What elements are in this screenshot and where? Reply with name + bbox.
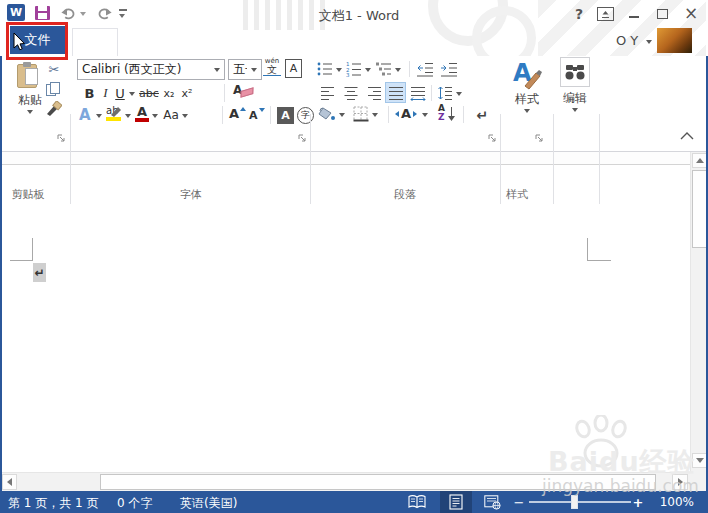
zoom-level[interactable]: 100% xyxy=(648,495,694,509)
borders-dropdown-icon[interactable] xyxy=(372,113,378,117)
align-left-button[interactable] xyxy=(320,85,336,101)
multilevel-dropdown-icon[interactable] xyxy=(395,68,401,72)
clear-formatting-button[interactable]: A xyxy=(233,83,255,101)
font-size-combo[interactable]: 五号 xyxy=(228,59,262,80)
numbering-icon: 123 xyxy=(346,61,362,77)
font-color-button[interactable]: A xyxy=(135,106,150,124)
phonetic-guide-button[interactable]: wén 文 xyxy=(263,58,281,80)
redo-button[interactable] xyxy=(96,5,114,21)
web-layout-button[interactable] xyxy=(478,492,506,512)
font-size-dropdown-icon[interactable] xyxy=(247,60,261,79)
close-button[interactable]: × xyxy=(680,3,702,23)
zoom-slider-track[interactable] xyxy=(529,501,631,503)
undo-button[interactable] xyxy=(59,5,77,21)
styles-dialog-launcher[interactable] xyxy=(534,133,544,143)
align-right-button[interactable] xyxy=(366,85,382,101)
horizontal-scrollbar[interactable] xyxy=(0,472,690,491)
clipboard-dialog-launcher[interactable] xyxy=(56,133,66,143)
superscript-button[interactable]: x² xyxy=(179,84,195,102)
account-menu[interactable]: O Y xyxy=(616,33,652,51)
ribbon-display-options-button[interactable] xyxy=(597,7,614,21)
save-button[interactable] xyxy=(35,6,50,20)
collapse-ribbon-button[interactable] xyxy=(679,131,697,145)
numbering-dropdown-icon[interactable] xyxy=(365,68,371,72)
subscript-button[interactable]: x₂ xyxy=(161,84,177,102)
character-border-button[interactable]: A xyxy=(285,59,302,78)
highlight-dropdown-icon[interactable] xyxy=(125,114,131,118)
bullets-button[interactable] xyxy=(317,61,333,77)
asian-layout-button[interactable]: A xyxy=(395,106,419,123)
paragraph-dialog-launcher[interactable] xyxy=(487,133,497,143)
asian-layout-dropdown-icon[interactable] xyxy=(422,113,428,117)
font-name-dropdown-icon[interactable] xyxy=(210,60,224,79)
close-icon: × xyxy=(684,3,698,23)
minimize-button[interactable] xyxy=(624,5,644,23)
multilevel-list-button[interactable] xyxy=(376,61,392,77)
scroll-down-button[interactable] xyxy=(692,453,707,468)
underline-button[interactable]: U xyxy=(113,84,127,102)
justify-button[interactable] xyxy=(385,82,406,103)
redo-icon xyxy=(96,5,114,21)
text-effects-dropdown-icon[interactable] xyxy=(96,114,102,118)
undo-dropdown[interactable] xyxy=(80,12,86,16)
sort-button[interactable]: A Z xyxy=(438,105,456,124)
highlight-pen-icon xyxy=(109,106,123,117)
bullets-dropdown-icon[interactable] xyxy=(336,68,342,72)
styles-button[interactable]: A 样式 xyxy=(505,59,549,119)
distribute-button[interactable] xyxy=(410,85,426,101)
dialog-launcher-icon xyxy=(56,133,66,143)
scroll-up-button[interactable] xyxy=(692,153,707,168)
increase-indent-button[interactable] xyxy=(440,61,458,77)
highlight-button[interactable]: ab xyxy=(106,106,122,124)
help-button[interactable]: ? xyxy=(570,5,588,23)
bold-button[interactable]: B xyxy=(82,84,97,102)
cut-button[interactable]: ✂ xyxy=(44,61,64,77)
word-count[interactable]: 0 个字 xyxy=(117,495,152,512)
shrink-font-button[interactable]: A xyxy=(249,106,266,124)
underline-dropdown-icon[interactable] xyxy=(129,92,135,96)
shading-button[interactable] xyxy=(318,106,336,123)
format-painter-button[interactable] xyxy=(45,101,62,116)
text-effects-button[interactable]: A xyxy=(79,106,95,124)
line-spacing-button[interactable] xyxy=(437,85,453,101)
page-info[interactable]: 第 1 页，共 1 页 xyxy=(8,495,99,512)
avatar[interactable] xyxy=(657,28,692,53)
language-status[interactable]: 英语(美国) xyxy=(180,495,237,512)
scroll-left-button[interactable] xyxy=(2,474,17,490)
shading-dropdown-icon[interactable] xyxy=(339,113,345,117)
change-case-dropdown-icon[interactable] xyxy=(182,114,188,118)
vertical-scroll-thumb[interactable] xyxy=(692,170,707,248)
zoom-in-button[interactable]: + xyxy=(631,493,645,511)
font-color-dropdown-icon[interactable] xyxy=(152,114,158,118)
print-layout-button[interactable] xyxy=(440,491,472,513)
font-dialog-launcher[interactable] xyxy=(297,133,307,143)
align-right-icon xyxy=(366,85,382,101)
align-center-button[interactable] xyxy=(343,85,359,101)
show-marks-button[interactable]: ↵ xyxy=(472,105,492,124)
decrease-indent-button[interactable] xyxy=(416,61,434,77)
numbering-button[interactable]: 123 xyxy=(346,61,362,77)
read-mode-button[interactable] xyxy=(404,492,430,512)
font-name-combo[interactable]: Calibri (西文正文) xyxy=(77,59,225,80)
zoom-out-button[interactable]: − xyxy=(512,493,526,511)
borders-button[interactable] xyxy=(353,106,369,122)
zoom-slider-thumb[interactable] xyxy=(571,495,578,509)
styles-brush-icon xyxy=(523,70,545,90)
strikethrough-button[interactable]: abc xyxy=(138,84,160,102)
copy-button[interactable] xyxy=(46,82,62,98)
shading-bucket-icon xyxy=(318,106,336,123)
document-page[interactable]: ↵ xyxy=(0,166,690,472)
maximize-button[interactable] xyxy=(652,5,672,23)
change-case-button[interactable]: Aa xyxy=(161,106,181,124)
format-painter-icon xyxy=(45,101,62,116)
grow-font-button[interactable]: A xyxy=(229,106,246,124)
italic-button[interactable]: I xyxy=(99,84,112,102)
character-shading-button[interactable]: A xyxy=(277,107,294,124)
horizontal-scroll-thumb[interactable] xyxy=(100,474,656,490)
qat-customize-button[interactable] xyxy=(117,9,129,21)
editing-button[interactable]: 编辑 xyxy=(558,57,592,119)
scroll-right-button[interactable] xyxy=(672,474,688,490)
ribbon: 粘贴 ✂ 剪贴板 Calibri (西文正文) 五号 xyxy=(0,56,708,152)
enclose-characters-button[interactable]: 字 xyxy=(297,107,314,124)
line-spacing-dropdown-icon[interactable] xyxy=(456,92,462,96)
